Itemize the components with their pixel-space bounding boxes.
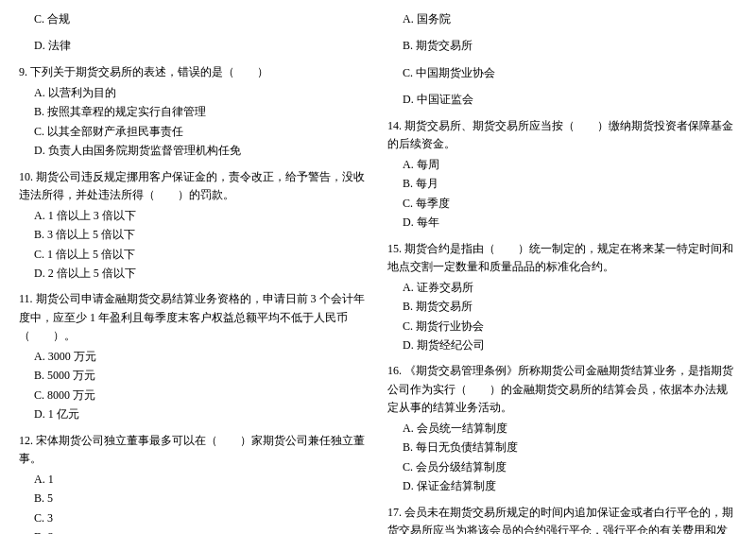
option-d: D. 2 — [19, 527, 369, 534]
question-text: 14. 期货交易所、期货交易所应当按（ ）缴纳期货投资者保障基金的后续资金。 — [387, 117, 737, 153]
option-d-中国证监会: D. 中国证监会 — [387, 90, 737, 109]
option-a: A. 1 倍以上 3 倍以下 — [19, 206, 369, 225]
option-text: C. 合规 — [19, 9, 369, 28]
question-text: 17. 会员未在期货交易所规定的时间内追加保证金或者白行平仓的，期货交易所应当为… — [387, 504, 737, 534]
option-c: C. 3 — [19, 508, 369, 527]
question-text: 15. 期货合约是指由（ ）统一制定的，规定在将来某一特定时间和地点交割一定数量… — [387, 240, 737, 276]
option-a: A. 1 — [19, 470, 369, 489]
option-d: D. 期货经纪公司 — [387, 336, 737, 354]
option-b: B. 期货交易所 — [387, 297, 737, 316]
question-16: 16. 《期货交易管理条例》所称期货公司金融期货结算业务，是指期货公司作为实行（… — [387, 362, 737, 495]
option-a: A. 证券交易所 — [387, 278, 737, 297]
option-d: D. 负责人由国务院期货监督管理机构任免 — [19, 141, 369, 160]
option-d-法律: D. 法律 — [19, 36, 369, 55]
option-c: C. 期货行业协会 — [387, 317, 737, 336]
question-17: 17. 会员未在期货交易所规定的时间内追加保证金或者白行平仓的，期货交易所应当为… — [387, 504, 737, 534]
question-text: 12. 宋体期货公司独立董事最多可以在（ ）家期货公司兼任独立董事。 — [19, 432, 369, 468]
option-b-期货交易所: B. 期货交易所 — [387, 36, 737, 55]
option-b: B. 每日无负债结算制度 — [387, 438, 737, 456]
option-d: D. 每年 — [387, 213, 737, 232]
option-c: C. 8000 万元 — [19, 386, 369, 405]
option-a: A. 3000 万元 — [19, 347, 369, 366]
option-c: C. 每季度 — [387, 194, 737, 213]
option-c: C. 1 倍以上 5 倍以下 — [19, 245, 369, 264]
question-text: 10. 期货公司违反规定挪用客户保证金的，责令改正，给予警告，没收违法所得，并处… — [19, 168, 369, 204]
option-c: C. 会员分级结算制度 — [387, 457, 737, 476]
question-9: 9. 下列关于期货交易所的表述，错误的是（ ） A. 以营利为目的 B. 按照其… — [19, 63, 369, 161]
option-c-合规: C. 合规 — [19, 9, 369, 28]
option-a: A. 以营利为目的 — [19, 83, 369, 102]
option-text: D. 法律 — [19, 36, 369, 55]
option-b: B. 按照其章程的规定实行自律管理 — [19, 102, 369, 121]
option-d: D. 保证金结算制度 — [387, 476, 737, 495]
option-text: B. 期货交易所 — [387, 36, 737, 55]
option-c: C. 以其全部财产承担民事责任 — [19, 122, 369, 141]
question-11: 11. 期货公司申请金融期货交易结算业务资格的，申请日前 3 个会计年度中，应至… — [19, 290, 369, 423]
question-text: 16. 《期货交易管理条例》所称期货公司金融期货结算业务，是指期货公司作为实行（… — [387, 362, 737, 417]
question-text: 11. 期货公司申请金融期货交易结算业务资格的，申请日前 3 个会计年度中，应至… — [19, 290, 369, 345]
left-column: C. 合规 D. 法律 9. 下列关于期货交易所的表述，错误的是（ ） A. 以… — [19, 9, 369, 534]
question-14: 14. 期货交易所、期货交易所应当按（ ）缴纳期货投资者保障基金的后续资金。 A… — [387, 117, 737, 233]
page-container: C. 合规 D. 法律 9. 下列关于期货交易所的表述，错误的是（ ） A. 以… — [19, 9, 737, 534]
question-12: 12. 宋体期货公司独立董事最多可以在（ ）家期货公司兼任独立董事。 A. 1 … — [19, 432, 369, 534]
option-a-国务院: A. 国务院 — [387, 9, 737, 28]
option-b: B. 3 倍以上 5 倍以下 — [19, 225, 369, 244]
question-15: 15. 期货合约是指由（ ）统一制定的，规定在将来某一特定时间和地点交割一定数量… — [387, 240, 737, 355]
option-text: D. 中国证监会 — [387, 90, 737, 109]
question-text: 9. 下列关于期货交易所的表述，错误的是（ ） — [19, 63, 369, 81]
question-10: 10. 期货公司违反规定挪用客户保证金的，责令改正，给予警告，没收违法所得，并处… — [19, 168, 369, 284]
option-c-中国期货业协会: C. 中国期货业协会 — [387, 63, 737, 82]
option-d: D. 2 倍以上 5 倍以下 — [19, 264, 369, 283]
option-text: C. 中国期货业协会 — [387, 63, 737, 82]
option-b: B. 每月 — [387, 174, 737, 193]
option-b: B. 5 — [19, 489, 369, 508]
option-d: D. 1 亿元 — [19, 405, 369, 423]
option-a: A. 会员统一结算制度 — [387, 419, 737, 438]
option-a: A. 每周 — [387, 155, 737, 174]
option-b: B. 5000 万元 — [19, 366, 369, 385]
option-text: A. 国务院 — [387, 9, 737, 28]
right-column: A. 国务院 B. 期货交易所 C. 中国期货业协会 D. 中国证监会 14. … — [387, 9, 737, 534]
two-column-layout: C. 合规 D. 法律 9. 下列关于期货交易所的表述，错误的是（ ） A. 以… — [19, 9, 737, 534]
